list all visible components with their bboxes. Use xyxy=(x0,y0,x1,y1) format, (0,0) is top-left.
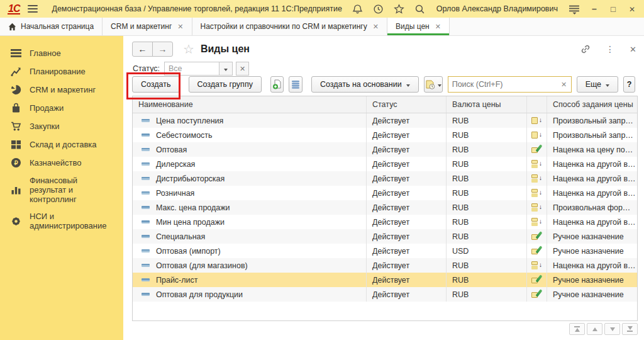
close-window-button[interactable] xyxy=(628,0,636,18)
more-actions-icon[interactable] xyxy=(606,44,614,54)
sidebar-item-finance[interactable]: Финансовый результат и контроллинг xyxy=(0,172,123,208)
price-method-icon xyxy=(531,188,542,198)
scroll-to-top-button[interactable] xyxy=(569,323,585,335)
sidebar-item-crm-marketing[interactable]: CRM и маркетинг xyxy=(0,81,123,99)
cell-currency: RUB xyxy=(447,229,527,244)
reports-button[interactable] xyxy=(424,76,443,93)
ruble-circle-icon: ₽ xyxy=(11,157,21,168)
price-method-icon xyxy=(531,217,542,227)
search-input[interactable] xyxy=(448,80,557,89)
price-method-icon xyxy=(531,145,542,154)
table-row[interactable]: Дистрибьюторская Действует RUB Наценка н… xyxy=(133,171,637,186)
cell-method: Произвольный запр… xyxy=(547,128,637,142)
cell-name: Оптовая (для магазинов) xyxy=(133,258,367,273)
minimize-button[interactable] xyxy=(590,0,599,18)
status-clear-button[interactable] xyxy=(236,62,249,76)
cell-name: Цена поступления xyxy=(133,113,367,128)
cell-currency: RUB xyxy=(447,215,527,229)
cell-method-icon xyxy=(527,171,547,186)
sidebar-item-main[interactable]: Главное xyxy=(0,44,123,62)
copy-item-button[interactable] xyxy=(270,76,284,93)
table-row[interactable]: Специальная Действует RUB Ручное назначе… xyxy=(133,229,637,244)
report-clock-icon xyxy=(425,79,435,89)
cell-method: Ручное назначение xyxy=(547,229,637,244)
scroll-to-bottom-button[interactable] xyxy=(622,323,638,335)
table-row[interactable]: Себестоимость Действует RUB Произвольный… xyxy=(133,128,637,142)
table-row[interactable]: Макс. цена продажи Действует RUB Произво… xyxy=(133,200,637,215)
history-icon[interactable] xyxy=(373,4,384,14)
table-row[interactable]: Цена поступления Действует RUB Произволь… xyxy=(133,113,637,128)
cell-status: Действует xyxy=(367,287,447,302)
cell-currency: RUB xyxy=(447,171,527,186)
cell-method-icon xyxy=(527,157,547,171)
cell-name: Макс. цена продажи xyxy=(133,200,367,215)
close-tab-icon[interactable] xyxy=(177,23,183,31)
sidebar-item-warehouse[interactable]: Склад и доставка xyxy=(0,135,123,154)
close-form-icon[interactable] xyxy=(630,45,636,54)
create-group-button[interactable]: Создать группу xyxy=(189,76,262,93)
column-header-name[interactable]: Наименование xyxy=(133,96,367,113)
table-header[interactable]: Наименование Статус Валюта цены Способ з… xyxy=(133,96,637,113)
status-dropdown-button[interactable] xyxy=(219,62,233,76)
tab-home[interactable]: Начальная страница xyxy=(0,18,103,35)
price-kinds-table: Наименование Статус Валюта цены Способ з… xyxy=(132,96,638,321)
sidebar-item-sales[interactable]: Продажи xyxy=(0,99,123,117)
clear-search-icon[interactable] xyxy=(557,81,571,89)
column-header-icon[interactable] xyxy=(527,96,547,113)
cell-method: Наценка на другой в… xyxy=(547,157,637,171)
cell-method-icon xyxy=(527,244,547,258)
close-tab-icon[interactable] xyxy=(373,23,379,31)
status-filter-label: Статус: xyxy=(133,64,160,73)
price-kinds-form: Виды цен Статус: Все Создать Создать гру… xyxy=(123,36,644,340)
scroll-down-button[interactable] xyxy=(604,323,620,335)
add-to-favorites-star-icon[interactable] xyxy=(183,43,194,55)
service-menu-icon[interactable] xyxy=(569,4,580,14)
tab-crm-settings[interactable]: Настройки и справочники по CRM и маркети… xyxy=(192,18,387,35)
back-button[interactable] xyxy=(133,42,152,56)
grid-icon xyxy=(11,139,21,150)
table-row[interactable]: Дилерская Действует RUB Наценка на друго… xyxy=(133,157,637,171)
table-row-selected[interactable]: Прайс-лист Действует RUB Ручное назначен… xyxy=(133,273,637,287)
notifications-bell-icon[interactable] xyxy=(352,4,363,14)
sidebar-item-purchases[interactable]: Закупки xyxy=(0,117,123,135)
table-row[interactable]: Оптовая (для магазинов) Действует RUB На… xyxy=(133,258,637,273)
maximize-button[interactable] xyxy=(609,0,618,18)
column-header-status[interactable]: Статус xyxy=(367,96,447,113)
trend-chart-icon xyxy=(11,66,21,77)
sidebar-item-planning[interactable]: Планирование xyxy=(0,62,123,81)
main-menu-icon[interactable] xyxy=(28,5,38,13)
item-marker-icon xyxy=(142,278,150,281)
table-row[interactable]: Мин цена продажи Действует RUB Наценка н… xyxy=(133,215,637,229)
cell-method-icon xyxy=(527,200,547,215)
tab-crm-marketing[interactable]: CRM и маркетинг xyxy=(103,18,192,35)
get-link-icon[interactable] xyxy=(580,44,591,54)
sidebar-item-administration[interactable]: НСИ и администрирование xyxy=(0,208,123,234)
list-view-button[interactable] xyxy=(289,76,303,93)
forward-button[interactable] xyxy=(152,42,172,56)
help-button[interactable]: ? xyxy=(623,76,635,93)
favorites-star-icon[interactable] xyxy=(394,4,404,14)
tab-price-kinds[interactable]: Виды цен xyxy=(387,18,450,35)
status-filter-combo: Все xyxy=(164,62,249,76)
cell-currency: RUB xyxy=(447,200,527,215)
cell-currency: USD xyxy=(447,244,527,258)
price-method-icon xyxy=(531,159,542,169)
status-filter-input[interactable]: Все xyxy=(164,62,219,76)
scroll-up-button[interactable] xyxy=(587,323,602,335)
table-row[interactable]: Оптовая (импорт) Действует USD Ручное на… xyxy=(133,244,637,258)
close-tab-icon[interactable] xyxy=(435,23,441,31)
search-icon[interactable] xyxy=(414,4,425,14)
item-marker-icon xyxy=(142,264,150,267)
window-title: Демонстрационная база / Управление торго… xyxy=(52,4,342,13)
table-row[interactable]: Розничная Действует RUB Наценка на друго… xyxy=(133,186,637,200)
sidebar-item-treasury[interactable]: ₽ Казначейство xyxy=(0,154,123,172)
column-header-method[interactable]: Способ задания цены xyxy=(547,96,637,113)
cell-method: Наценка на другой в… xyxy=(547,186,637,200)
create-button[interactable]: Создать xyxy=(132,76,180,93)
column-header-currency[interactable]: Валюта цены xyxy=(447,96,527,113)
create-based-on-button[interactable]: Создать на основании xyxy=(311,76,419,93)
table-row[interactable]: Оптовая для продукции Действует RUB Ручн… xyxy=(133,287,637,302)
more-button[interactable]: Еще xyxy=(577,76,618,93)
table-row[interactable]: Оптовая Действует RUB Наценка на цену по… xyxy=(133,142,637,157)
cell-method: Наценка на другой в… xyxy=(547,215,637,229)
